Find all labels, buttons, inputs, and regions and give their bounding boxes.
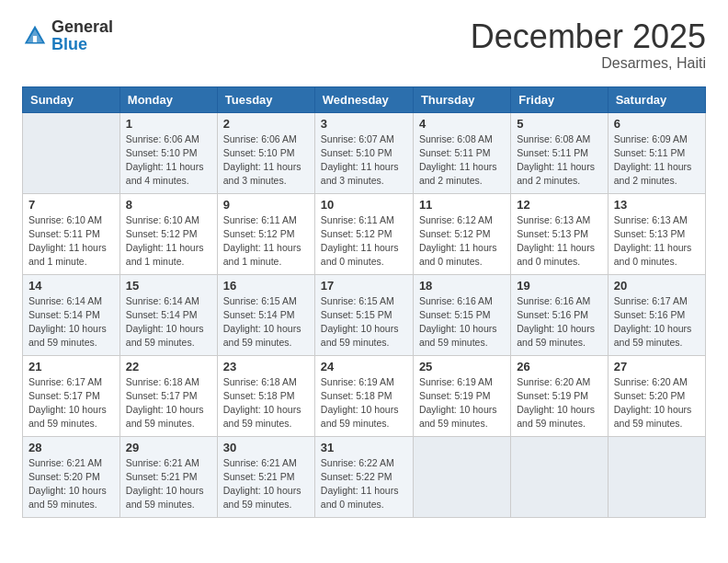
day-info: Sunrise: 6:16 AM Sunset: 5:16 PM Dayligh… xyxy=(517,294,601,350)
day-info: Sunrise: 6:07 AM Sunset: 5:10 PM Dayligh… xyxy=(321,132,407,189)
day-info: Sunrise: 6:20 AM Sunset: 5:19 PM Dayligh… xyxy=(517,375,601,431)
calendar-cell: 3Sunrise: 6:07 AM Sunset: 5:10 PM Daylig… xyxy=(314,112,413,193)
day-number: 25 xyxy=(419,360,505,373)
col-header-wednesday: Wednesday xyxy=(314,86,413,112)
page-container: General Blue December 2025 Desarmes, Hai… xyxy=(0,0,728,533)
calendar-table: SundayMondayTuesdayWednesdayThursdayFrid… xyxy=(22,86,706,518)
calendar-cell: 23Sunrise: 6:18 AM Sunset: 5:18 PM Dayli… xyxy=(217,355,314,436)
day-number: 28 xyxy=(28,441,114,454)
calendar-cell: 15Sunrise: 6:14 AM Sunset: 5:14 PM Dayli… xyxy=(119,274,217,355)
day-info: Sunrise: 6:15 AM Sunset: 5:15 PM Dayligh… xyxy=(321,294,407,350)
day-info: Sunrise: 6:10 AM Sunset: 5:11 PM Dayligh… xyxy=(28,213,114,270)
calendar-cell: 12Sunrise: 6:13 AM Sunset: 5:13 PM Dayli… xyxy=(511,193,608,274)
day-number: 30 xyxy=(223,441,309,454)
day-info: Sunrise: 6:21 AM Sunset: 5:21 PM Dayligh… xyxy=(126,456,211,512)
day-number: 14 xyxy=(28,279,114,293)
calendar-cell: 20Sunrise: 6:17 AM Sunset: 5:16 PM Dayli… xyxy=(608,274,705,355)
day-number: 1 xyxy=(126,117,211,131)
day-info: Sunrise: 6:06 AM Sunset: 5:10 PM Dayligh… xyxy=(223,132,309,189)
day-number: 2 xyxy=(223,117,309,131)
calendar-week-row: 7Sunrise: 6:10 AM Sunset: 5:11 PM Daylig… xyxy=(23,193,706,274)
calendar-cell xyxy=(511,436,608,517)
logo-icon xyxy=(22,23,48,49)
calendar-cell: 6Sunrise: 6:09 AM Sunset: 5:11 PM Daylig… xyxy=(608,112,705,193)
day-info: Sunrise: 6:14 AM Sunset: 5:14 PM Dayligh… xyxy=(126,294,211,350)
day-info: Sunrise: 6:14 AM Sunset: 5:14 PM Dayligh… xyxy=(28,294,114,350)
day-info: Sunrise: 6:11 AM Sunset: 5:12 PM Dayligh… xyxy=(223,213,309,270)
day-number: 3 xyxy=(321,117,407,131)
calendar-cell: 29Sunrise: 6:21 AM Sunset: 5:21 PM Dayli… xyxy=(119,436,217,517)
calendar-cell: 4Sunrise: 6:08 AM Sunset: 5:11 PM Daylig… xyxy=(413,112,510,193)
day-info: Sunrise: 6:08 AM Sunset: 5:11 PM Dayligh… xyxy=(517,132,601,189)
day-info: Sunrise: 6:17 AM Sunset: 5:16 PM Dayligh… xyxy=(614,294,700,350)
day-info: Sunrise: 6:11 AM Sunset: 5:12 PM Dayligh… xyxy=(321,213,407,270)
logo: General Blue xyxy=(22,18,113,53)
day-number: 20 xyxy=(614,279,700,293)
page-title: December 2025 xyxy=(471,18,706,55)
title-block: December 2025 Desarmes, Haiti xyxy=(471,18,706,72)
day-number: 13 xyxy=(614,198,700,212)
day-number: 22 xyxy=(126,360,211,373)
calendar-cell: 5Sunrise: 6:08 AM Sunset: 5:11 PM Daylig… xyxy=(511,112,608,193)
calendar-cell: 14Sunrise: 6:14 AM Sunset: 5:14 PM Dayli… xyxy=(23,274,120,355)
day-info: Sunrise: 6:21 AM Sunset: 5:21 PM Dayligh… xyxy=(223,456,309,512)
day-info: Sunrise: 6:18 AM Sunset: 5:17 PM Dayligh… xyxy=(126,375,211,431)
calendar-week-row: 14Sunrise: 6:14 AM Sunset: 5:14 PM Dayli… xyxy=(23,274,706,355)
calendar-cell: 25Sunrise: 6:19 AM Sunset: 5:19 PM Dayli… xyxy=(413,355,510,436)
calendar-cell: 31Sunrise: 6:22 AM Sunset: 5:22 PM Dayli… xyxy=(314,436,413,517)
day-number: 6 xyxy=(614,117,700,131)
day-info: Sunrise: 6:06 AM Sunset: 5:10 PM Dayligh… xyxy=(126,132,211,189)
calendar-week-row: 28Sunrise: 6:21 AM Sunset: 5:20 PM Dayli… xyxy=(23,436,706,517)
calendar-cell: 21Sunrise: 6:17 AM Sunset: 5:17 PM Dayli… xyxy=(23,355,120,436)
calendar-cell: 10Sunrise: 6:11 AM Sunset: 5:12 PM Dayli… xyxy=(314,193,413,274)
day-number: 15 xyxy=(126,279,211,293)
calendar-cell: 1Sunrise: 6:06 AM Sunset: 5:10 PM Daylig… xyxy=(119,112,217,193)
calendar-cell: 8Sunrise: 6:10 AM Sunset: 5:12 PM Daylig… xyxy=(119,193,217,274)
col-header-tuesday: Tuesday xyxy=(217,86,314,112)
day-info: Sunrise: 6:13 AM Sunset: 5:13 PM Dayligh… xyxy=(517,213,601,270)
day-number: 5 xyxy=(517,117,601,131)
calendar-cell: 22Sunrise: 6:18 AM Sunset: 5:17 PM Dayli… xyxy=(119,355,217,436)
day-info: Sunrise: 6:19 AM Sunset: 5:19 PM Dayligh… xyxy=(419,375,505,431)
day-info: Sunrise: 6:15 AM Sunset: 5:14 PM Dayligh… xyxy=(223,294,309,350)
day-info: Sunrise: 6:09 AM Sunset: 5:11 PM Dayligh… xyxy=(614,132,700,189)
svg-rect-2 xyxy=(33,36,37,42)
calendar-cell xyxy=(413,436,510,517)
logo-text: General Blue xyxy=(51,18,113,53)
day-info: Sunrise: 6:17 AM Sunset: 5:17 PM Dayligh… xyxy=(28,375,114,431)
day-info: Sunrise: 6:20 AM Sunset: 5:20 PM Dayligh… xyxy=(614,375,700,431)
col-header-sunday: Sunday xyxy=(23,86,120,112)
calendar-cell: 30Sunrise: 6:21 AM Sunset: 5:21 PM Dayli… xyxy=(217,436,314,517)
day-number: 16 xyxy=(223,279,309,293)
day-number: 21 xyxy=(28,360,114,373)
day-number: 12 xyxy=(517,198,601,212)
day-number: 10 xyxy=(321,198,407,212)
day-number: 17 xyxy=(321,279,407,293)
calendar-cell xyxy=(608,436,705,517)
calendar-cell xyxy=(23,112,120,193)
calendar-cell: 28Sunrise: 6:21 AM Sunset: 5:20 PM Dayli… xyxy=(23,436,120,517)
day-number: 24 xyxy=(321,360,407,373)
header: General Blue December 2025 Desarmes, Hai… xyxy=(22,18,706,72)
calendar-cell: 13Sunrise: 6:13 AM Sunset: 5:13 PM Dayli… xyxy=(608,193,705,274)
calendar-week-row: 1Sunrise: 6:06 AM Sunset: 5:10 PM Daylig… xyxy=(23,112,706,193)
calendar-header-row: SundayMondayTuesdayWednesdayThursdayFrid… xyxy=(23,86,706,112)
day-number: 11 xyxy=(419,198,505,212)
calendar-cell: 19Sunrise: 6:16 AM Sunset: 5:16 PM Dayli… xyxy=(511,274,608,355)
calendar-week-row: 21Sunrise: 6:17 AM Sunset: 5:17 PM Dayli… xyxy=(23,355,706,436)
day-info: Sunrise: 6:16 AM Sunset: 5:15 PM Dayligh… xyxy=(419,294,505,350)
page-subtitle: Desarmes, Haiti xyxy=(471,55,706,72)
col-header-friday: Friday xyxy=(511,86,608,112)
col-header-monday: Monday xyxy=(119,86,217,112)
calendar-cell: 11Sunrise: 6:12 AM Sunset: 5:12 PM Dayli… xyxy=(413,193,510,274)
day-info: Sunrise: 6:08 AM Sunset: 5:11 PM Dayligh… xyxy=(419,132,505,189)
calendar-cell: 26Sunrise: 6:20 AM Sunset: 5:19 PM Dayli… xyxy=(511,355,608,436)
day-number: 18 xyxy=(419,279,505,293)
day-number: 26 xyxy=(517,360,601,373)
day-number: 31 xyxy=(321,441,407,454)
logo-blue: Blue xyxy=(51,35,87,53)
calendar-cell: 9Sunrise: 6:11 AM Sunset: 5:12 PM Daylig… xyxy=(217,193,314,274)
calendar-cell: 24Sunrise: 6:19 AM Sunset: 5:18 PM Dayli… xyxy=(314,355,413,436)
day-info: Sunrise: 6:18 AM Sunset: 5:18 PM Dayligh… xyxy=(223,375,309,431)
day-info: Sunrise: 6:22 AM Sunset: 5:22 PM Dayligh… xyxy=(321,456,407,512)
